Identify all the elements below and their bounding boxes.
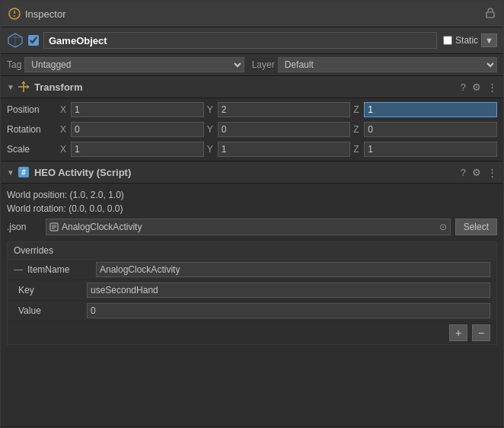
rotation-y-input[interactable] bbox=[218, 122, 351, 137]
tag-label: Tag bbox=[7, 59, 21, 70]
cube-icon bbox=[7, 32, 24, 49]
rotation-label: Rotation bbox=[7, 124, 60, 135]
json-label: .json bbox=[7, 222, 41, 232]
script-actions: ? ⚙ ⋮ bbox=[461, 167, 497, 178]
layer-select[interactable]: Default bbox=[278, 57, 497, 72]
title-text: Inspector bbox=[25, 8, 65, 20]
json-row: .json AnalogClockActivity ⊙ Select bbox=[7, 216, 497, 238]
tag-layer-row: Tag Untagged Layer Default bbox=[1, 54, 503, 76]
inspector-icon bbox=[8, 8, 21, 20]
transform-section-header[interactable]: ▼ Transform ? ⚙ ⋮ bbox=[1, 76, 503, 98]
transform-menu-button[interactable]: ⋮ bbox=[487, 81, 497, 93]
override-key-value[interactable] bbox=[87, 283, 490, 298]
transform-actions: ? ⚙ ⋮ bbox=[461, 81, 497, 93]
remove-override-button[interactable]: − bbox=[472, 324, 490, 341]
script-body: World position: (1.0, 2.0, 1.0) World ro… bbox=[1, 184, 503, 427]
transform-icon bbox=[18, 81, 30, 93]
json-filename-text: AnalogClockActivity bbox=[62, 222, 436, 232]
script-icon: # bbox=[18, 166, 30, 178]
scale-z-input[interactable] bbox=[364, 142, 497, 157]
override-key-key: Key bbox=[18, 285, 87, 295]
scale-row: Scale X Y Z bbox=[1, 139, 503, 159]
inspector-content: Static ▼ Tag Untagged Layer Default ▼ bbox=[1, 27, 503, 427]
svg-text:#: # bbox=[21, 168, 26, 177]
json-file-icon bbox=[49, 222, 59, 232]
select-button[interactable]: Select bbox=[455, 219, 497, 235]
position-y-input[interactable] bbox=[218, 102, 351, 117]
rotation-row: Rotation X Y Z bbox=[1, 120, 503, 139]
position-x-axis-label: X bbox=[60, 104, 69, 115]
world-rotation-text: World rotation: (0.0, 0.0, 0.0) bbox=[7, 202, 497, 216]
rotation-x-item: X bbox=[60, 122, 204, 137]
scale-y-input[interactable] bbox=[218, 142, 351, 157]
script-settings-button[interactable]: ⚙ bbox=[472, 167, 481, 178]
overrides-footer: + − bbox=[8, 321, 496, 344]
override-value-row: Value bbox=[8, 301, 496, 321]
script-menu-button[interactable]: ⋮ bbox=[487, 167, 497, 178]
override-key-row: Key bbox=[8, 280, 496, 301]
position-z-axis-label: Z bbox=[353, 104, 362, 115]
position-x-item: X bbox=[60, 102, 204, 117]
rotation-z-item: Z bbox=[353, 122, 497, 137]
transform-arrow-icon: ▼ bbox=[7, 83, 14, 91]
scale-xyz: X Y Z bbox=[60, 142, 497, 157]
script-help-button[interactable]: ? bbox=[461, 167, 466, 178]
position-xyz: X Y Z bbox=[60, 102, 497, 117]
rotation-x-axis-label: X bbox=[60, 124, 69, 135]
svg-point-2 bbox=[14, 15, 15, 17]
gameobject-name-input[interactable] bbox=[43, 32, 437, 49]
rotation-xyz: X Y Z bbox=[60, 122, 497, 137]
transform-body: Position X Y Z bbox=[1, 98, 503, 161]
transform-help-button[interactable]: ? bbox=[461, 81, 466, 93]
transform-title: Transform bbox=[34, 81, 461, 93]
position-label: Position bbox=[7, 104, 60, 115]
layer-label: Layer bbox=[252, 59, 275, 70]
rotation-z-axis-label: Z bbox=[353, 124, 362, 135]
position-row: Position X Y Z bbox=[1, 100, 503, 120]
static-checkbox[interactable] bbox=[443, 36, 452, 45]
scale-x-input[interactable] bbox=[71, 142, 204, 157]
add-override-button[interactable]: + bbox=[449, 324, 467, 341]
position-z-item: Z bbox=[353, 102, 497, 117]
position-x-input[interactable] bbox=[71, 102, 204, 117]
rotation-y-axis-label: Y bbox=[207, 124, 216, 135]
gameobject-enabled-checkbox[interactable] bbox=[28, 35, 39, 46]
static-group: Static ▼ bbox=[443, 34, 497, 47]
lock-icon[interactable] bbox=[485, 8, 496, 21]
scale-x-axis-label: X bbox=[60, 144, 69, 155]
override-itemname-dash: — bbox=[14, 264, 23, 275]
script-arrow-icon: ▼ bbox=[7, 168, 14, 177]
inspector-window: Inspector Static ▼ bbox=[0, 0, 504, 428]
override-itemname-value[interactable] bbox=[96, 262, 490, 277]
scale-z-item: Z bbox=[353, 142, 497, 157]
overrides-section: Overrides — ItemName Key Value bbox=[7, 241, 497, 345]
rotation-z-input[interactable] bbox=[364, 122, 497, 137]
scale-y-item: Y bbox=[207, 142, 351, 157]
transform-settings-button[interactable]: ⚙ bbox=[472, 81, 481, 93]
svg-rect-3 bbox=[486, 12, 494, 18]
position-y-item: Y bbox=[207, 102, 351, 117]
json-target-icon: ⊙ bbox=[439, 222, 447, 232]
position-z-input[interactable] bbox=[364, 102, 497, 117]
script-section-header[interactable]: ▼ # HEO Activity (Script) ? ⚙ ⋮ bbox=[1, 161, 503, 184]
override-itemname-key: ItemName bbox=[27, 264, 96, 275]
script-title: HEO Activity (Script) bbox=[34, 167, 461, 178]
rotation-y-item: Y bbox=[207, 122, 351, 137]
rotation-x-input[interactable] bbox=[71, 122, 204, 137]
scale-label: Scale bbox=[7, 144, 60, 155]
override-value-key: Value bbox=[18, 305, 87, 316]
tag-select[interactable]: Untagged bbox=[24, 57, 244, 72]
override-itemname-row: — ItemName bbox=[8, 260, 496, 280]
override-value-value[interactable] bbox=[87, 303, 490, 318]
static-dropdown-button[interactable]: ▼ bbox=[481, 34, 497, 47]
world-position-text: World position: (1.0, 2.0, 1.0) bbox=[7, 188, 497, 202]
scale-y-axis-label: Y bbox=[207, 144, 216, 155]
scale-z-axis-label: Z bbox=[353, 144, 362, 155]
json-file-area[interactable]: AnalogClockActivity ⊙ bbox=[46, 219, 451, 235]
position-y-axis-label: Y bbox=[207, 104, 216, 115]
scale-x-item: X bbox=[60, 142, 204, 157]
gameobject-row: Static ▼ bbox=[1, 27, 503, 54]
overrides-header: Overrides bbox=[8, 242, 496, 260]
title-bar: Inspector bbox=[1, 1, 503, 27]
static-label: Static bbox=[455, 35, 478, 46]
